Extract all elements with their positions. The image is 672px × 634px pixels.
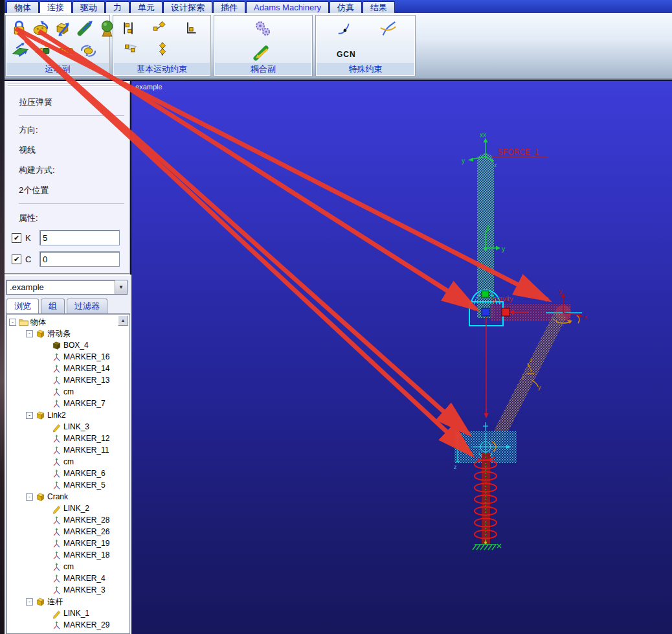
tree-item-label: MARKER_3 <box>63 585 106 594</box>
tree-item-MARKER_7[interactable]: MARKER_7 <box>6 398 129 409</box>
c-value-field[interactable] <box>39 251 120 267</box>
tree-item-物体[interactable]: -物体 <box>6 316 129 328</box>
tree-item-滑动条[interactable]: -滑动条 <box>6 328 129 339</box>
gear-pair-icon[interactable] <box>253 19 273 39</box>
axis-label-xx: xx <box>480 131 486 139</box>
marker-icon <box>51 573 62 584</box>
tree-item-MARKER_13[interactable]: MARKER_13 <box>6 374 129 386</box>
fixed-joint-icon[interactable] <box>9 18 29 38</box>
viewport-model-label: .example <box>133 83 162 91</box>
green-handle[interactable] <box>482 291 489 297</box>
k-value-field[interactable] <box>39 230 120 245</box>
tab-力[interactable]: 力 <box>106 1 129 13</box>
tree-item-MARKER_29[interactable]: MARKER_29 <box>6 619 129 631</box>
tree-item-cm[interactable]: cm <box>6 456 129 468</box>
tree-expander[interactable]: - <box>26 493 33 501</box>
planar-joint-icon[interactable] <box>10 40 30 60</box>
sforce-label[interactable]: SFORCE_1 <box>498 148 539 157</box>
panel-title: 拉压弹簧 <box>19 96 129 108</box>
tree-item-Link2[interactable]: -Link2 <box>6 409 129 421</box>
tree-item-MARKER_28[interactable]: MARKER_28 <box>6 514 129 526</box>
parallel-axes-icon[interactable] <box>120 19 137 37</box>
tree-item-MARKER_26[interactable]: MARKER_26 <box>6 526 129 538</box>
c-checkbox[interactable]: ✔ <box>12 255 21 264</box>
tab-驱动[interactable]: 驱动 <box>73 1 105 13</box>
constant-velocity-joint-icon[interactable] <box>33 40 53 60</box>
translational-joint-icon[interactable] <box>53 18 73 38</box>
tree-expander[interactable]: - <box>26 330 33 337</box>
red-handle[interactable] <box>502 308 510 316</box>
tree-item-连杆[interactable]: -连杆 <box>6 596 129 607</box>
tree-item-LINK_2[interactable]: LINK_2 <box>6 503 129 514</box>
marker-icon <box>51 387 62 398</box>
inplane-icon[interactable] <box>122 40 140 58</box>
tree-item-label: Link2 <box>47 411 66 420</box>
direction-value[interactable]: 视线 <box>19 144 129 156</box>
method-value[interactable]: 2个位置 <box>19 185 129 196</box>
curve-curve-icon[interactable] <box>379 21 398 39</box>
perpendicular-icon[interactable] <box>182 19 199 37</box>
marker-icon <box>51 398 62 409</box>
blue-handle[interactable] <box>482 308 489 316</box>
tree-expander[interactable]: - <box>26 598 33 606</box>
scroll-up-button[interactable]: ▲ <box>118 315 128 326</box>
model-selector-value: .example <box>6 280 115 294</box>
browser-tab-过滤器[interactable]: 过滤器 <box>67 299 107 314</box>
tree-item-MARKER_16[interactable]: MARKER_16 <box>6 351 129 363</box>
orientation-constraint-icon[interactable] <box>151 19 168 37</box>
tab-物体[interactable]: 物体 <box>6 1 39 13</box>
chevron-down-icon[interactable]: ▼ <box>115 280 127 294</box>
tab-设计探索[interactable]: 设计探索 <box>163 1 212 13</box>
marker-icon <box>51 550 62 561</box>
tree-expander[interactable]: - <box>26 412 33 419</box>
link-icon <box>51 608 62 619</box>
tree-item-Crank[interactable]: -Crank <box>6 491 129 503</box>
marker-icon <box>51 352 62 363</box>
tab-仿真[interactable]: 仿真 <box>330 1 362 13</box>
tree-item-cm[interactable]: cm <box>6 561 129 572</box>
viewport-3d[interactable]: .example <box>131 81 672 634</box>
screw-joint-icon[interactable] <box>56 40 76 60</box>
tab-连接[interactable]: 连接 <box>39 1 72 13</box>
tree-item-cm[interactable]: cm <box>6 386 129 398</box>
tab-结果[interactable]: 结果 <box>363 1 395 13</box>
coupler-icon[interactable] <box>252 43 271 62</box>
inline-icon[interactable] <box>155 40 172 58</box>
tab-插件[interactable]: 插件 <box>213 1 245 13</box>
browser-tab-浏览[interactable]: 浏览 <box>6 299 39 314</box>
marker-icon <box>51 375 62 386</box>
tree-item-BOX_4[interactable]: BOX_4 <box>6 339 129 351</box>
cylindrical-joint-icon[interactable] <box>75 18 95 38</box>
tree-item-MARKER_14[interactable]: MARKER_14 <box>6 363 129 374</box>
revolute-joint-icon[interactable] <box>31 18 51 38</box>
tree-item-label: LINK_3 <box>63 422 89 431</box>
tree-item-MARKER_12[interactable]: MARKER_12 <box>6 433 129 444</box>
brown-link-body[interactable] <box>491 314 561 450</box>
tree-item-label: LINK_1 <box>63 609 89 618</box>
marker-icon <box>51 620 62 631</box>
tree-item-label: 物体 <box>30 317 46 328</box>
tree-item-MARKER_4[interactable]: MARKER_4 <box>6 572 129 584</box>
tab-Adams Machinery[interactable]: Adams Machinery <box>246 1 329 13</box>
tree-item-MARKER_5[interactable]: MARKER_5 <box>6 479 129 491</box>
model-selector-dropdown[interactable]: .example ▼ <box>6 280 128 295</box>
browser-tab-组[interactable]: 组 <box>41 299 65 314</box>
hooke-joint-icon[interactable] <box>78 40 98 60</box>
tree-item-LINK_1[interactable]: LINK_1 <box>6 607 129 619</box>
tree-item-MARKER_3[interactable]: MARKER_3 <box>6 584 129 596</box>
tab-单元[interactable]: 单元 <box>130 1 162 13</box>
group-label-special-constraints: 特殊约束 <box>317 63 414 75</box>
tree-item-MARKER_6[interactable]: MARKER_6 <box>6 468 129 479</box>
tree-item-MARKER_18[interactable]: MARKER_18 <box>6 549 129 561</box>
curve-point-icon[interactable] <box>335 21 353 39</box>
tree-item-MARKER_19[interactable]: MARKER_19 <box>6 538 129 549</box>
tree-item-LINK_3[interactable]: LINK_3 <box>6 421 129 433</box>
tree-expander[interactable]: - <box>9 319 16 326</box>
tree-item-label: LINK_2 <box>63 504 89 513</box>
axis-label-y: y <box>559 287 563 295</box>
k-checkbox[interactable]: ✔ <box>12 233 21 243</box>
gcn-icon-label[interactable]: GCN <box>337 50 356 59</box>
tree-item-MARKER_11[interactable]: MARKER_11 <box>6 444 129 456</box>
model-browser-panel: .example ▼ 浏览组过滤器 ▲ -物体-滑动条BOX_4MARKER_1… <box>5 275 131 634</box>
panel-grip[interactable] <box>8 84 126 87</box>
